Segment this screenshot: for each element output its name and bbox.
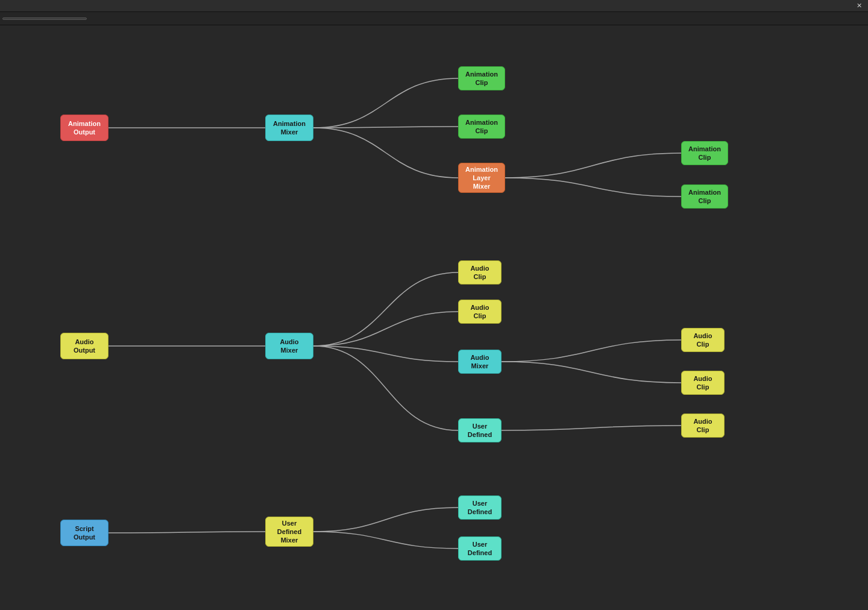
node-audio-clip-3[interactable]: Audio Clip bbox=[681, 328, 725, 352]
dropdown-bar bbox=[0, 12, 868, 25]
node-audio-mixer[interactable]: Audio Mixer bbox=[265, 333, 313, 359]
node-audio-clip-1[interactable]: Audio Clip bbox=[458, 260, 502, 285]
connection-script-output-to-user-defined-mixer bbox=[108, 532, 265, 533]
connection-audio-mixer-to-audio-clip-2 bbox=[313, 312, 458, 346]
node-user-defined-3[interactable]: User Defined bbox=[458, 536, 502, 561]
connection-anim-layer-mixer-to-anim-clip-3 bbox=[505, 153, 681, 178]
graph-selector[interactable] bbox=[2, 17, 87, 20]
node-audio-clip-4[interactable]: Audio Clip bbox=[681, 371, 725, 395]
close-button[interactable]: ✕ bbox=[854, 2, 864, 10]
node-user-defined-2[interactable]: User Defined bbox=[458, 495, 502, 520]
node-script-output[interactable]: Script Output bbox=[60, 520, 108, 546]
node-user-defined-1[interactable]: User Defined bbox=[458, 418, 502, 442]
node-anim-mixer[interactable]: Animation Mixer bbox=[265, 115, 313, 141]
node-anim-clip-1[interactable]: Animation Clip bbox=[458, 66, 505, 90]
connection-anim-mixer-to-anim-clip-2 bbox=[313, 127, 458, 128]
node-audio-mixer-2[interactable]: Audio Mixer bbox=[458, 350, 502, 374]
node-anim-output[interactable]: Animation Output bbox=[60, 115, 108, 141]
node-anim-layer-mixer[interactable]: Animation Layer Mixer bbox=[458, 163, 505, 193]
node-audio-output[interactable]: Audio Output bbox=[60, 333, 108, 359]
node-anim-clip-3[interactable]: Animation Clip bbox=[681, 141, 728, 165]
connection-anim-layer-mixer-to-anim-clip-4 bbox=[505, 178, 681, 197]
node-anim-clip-4[interactable]: Animation Clip bbox=[681, 184, 728, 209]
node-audio-clip-2[interactable]: Audio Clip bbox=[458, 300, 502, 324]
connection-anim-mixer-to-anim-clip-1 bbox=[313, 78, 458, 128]
node-user-defined-mixer[interactable]: User Defined Mixer bbox=[265, 517, 313, 547]
connection-audio-mixer-to-audio-mixer-2 bbox=[313, 346, 458, 362]
connection-user-defined-mixer-to-user-defined-2 bbox=[313, 508, 458, 532]
connections-svg bbox=[0, 25, 868, 610]
node-anim-clip-2[interactable]: Animation Clip bbox=[458, 115, 505, 139]
connection-audio-mixer-2-to-audio-clip-3 bbox=[502, 340, 681, 362]
connection-audio-mixer-2-to-audio-clip-4 bbox=[502, 362, 681, 383]
graph-area: Animation OutputAnimation MixerAnimation… bbox=[0, 25, 868, 610]
connection-anim-mixer-to-anim-layer-mixer bbox=[313, 128, 458, 178]
connection-audio-mixer-to-audio-clip-1 bbox=[313, 272, 458, 346]
node-audio-clip-5[interactable]: Audio Clip bbox=[681, 413, 725, 438]
connection-user-defined-mixer-to-user-defined-3 bbox=[313, 532, 458, 549]
title-bar: ✕ bbox=[0, 0, 868, 12]
connection-user-defined-1-to-audio-clip-5 bbox=[502, 426, 681, 430]
connection-audio-mixer-to-user-defined-1 bbox=[313, 346, 458, 430]
